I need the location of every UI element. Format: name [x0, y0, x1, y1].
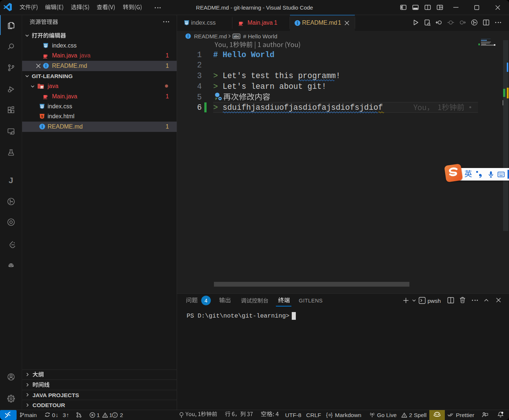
svg-text:abc: abc	[233, 35, 239, 38]
svg-text:4: 4	[205, 298, 208, 304]
svg-text:5: 5	[41, 115, 43, 118]
svg-text:{: {	[326, 412, 328, 418]
svg-text:}: }	[331, 412, 333, 418]
